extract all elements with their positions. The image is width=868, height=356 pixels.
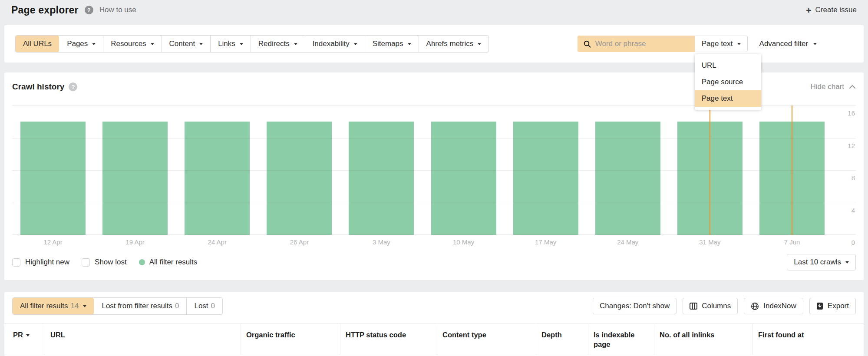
search-box[interactable] <box>578 36 695 52</box>
results-tab-label: Lost <box>194 302 208 310</box>
x-axis-label: 24 May <box>617 238 638 246</box>
filter-tab-all-urls[interactable]: All URLs <box>16 36 59 52</box>
top-bar: Page explorer How to use Create issue <box>0 0 868 20</box>
column-header-first-found-at[interactable]: First found at <box>752 324 864 355</box>
x-axis-label: 24 Apr <box>208 238 227 246</box>
dropdown-item-page-source[interactable]: Page source <box>695 74 761 90</box>
x-axis-label: 3 May <box>373 238 390 246</box>
column-header-depth[interactable]: Depth <box>536 324 588 355</box>
filter-tab-ahrefs-metrics[interactable]: Ahrefs metrics <box>419 36 489 52</box>
column-header-http-status-code[interactable]: HTTP status code <box>340 324 437 355</box>
search-scope-dropdown: URLPage sourcePage text <box>695 54 761 110</box>
gridline <box>12 138 856 138</box>
bar-fill <box>513 122 578 235</box>
y-axis-label: 16 <box>848 109 855 117</box>
question-circle-icon[interactable] <box>85 6 93 14</box>
x-axis-label: 26 Apr <box>290 238 309 246</box>
bar-fill <box>102 122 168 235</box>
dropdown-item-page-text[interactable]: Page text <box>695 90 761 107</box>
search-input[interactable] <box>595 40 689 48</box>
indexnow-button[interactable]: IndexNow <box>744 298 803 314</box>
create-issue-button[interactable]: Create issue <box>806 6 857 15</box>
crawls-range-button[interactable]: Last 10 crawls <box>787 254 856 270</box>
plus-icon <box>806 6 811 15</box>
results-tab-group: All filter results14Lost from filter res… <box>12 297 223 315</box>
button-label: Columns <box>702 302 731 310</box>
gridline <box>12 234 856 235</box>
results-tab-lost[interactable]: Lost0 <box>186 298 222 314</box>
checkbox-show-lost[interactable]: Show lost <box>82 258 127 267</box>
search-scope-button[interactable]: Page text URLPage sourcePage text <box>695 36 748 52</box>
column-header-label: Depth <box>541 331 562 339</box>
x-axis-label: 10 May <box>453 238 474 246</box>
x-axis-label: 12 Apr <box>43 238 62 246</box>
table-action-buttons: Changes: Don't showColumnsIndexNowExport <box>593 298 856 314</box>
button-label: Export <box>828 302 849 310</box>
results-table-header: PRURLOrganic trafficHTTP status codeCont… <box>4 323 864 355</box>
caret-down-icon <box>294 43 297 45</box>
hide-chart-button[interactable]: Hide chart <box>811 82 856 91</box>
chart-footer: Highlight newShow lostAll filter results… <box>12 254 856 270</box>
button-label: IndexNow <box>763 302 796 310</box>
results-tab-lost-from-filter-results[interactable]: Lost from filter results0 <box>94 298 186 314</box>
filter-tab-label: Links <box>218 40 235 48</box>
search-group: Page text URLPage sourcePage text <box>578 36 748 52</box>
filter-tab-label: Pages <box>67 40 88 48</box>
caret-down-icon <box>83 305 86 307</box>
column-header-label: Is indexable page <box>594 331 634 348</box>
bar-fill <box>20 122 86 235</box>
search-icon <box>584 40 591 48</box>
checkbox-label: Highlight new <box>25 258 69 267</box>
page-title: Page explorer <box>11 4 79 16</box>
chart-title-wrap: Crawl history <box>12 82 77 92</box>
column-header-organic-traffic[interactable]: Organic traffic <box>241 324 340 355</box>
sort-caret-down-icon <box>26 334 30 336</box>
filter-tab-sitemaps[interactable]: Sitemaps <box>365 36 419 52</box>
table-controls: All filter results14Lost from filter res… <box>12 298 856 314</box>
filter-panel: All URLsPagesResourcesContentLinksRedire… <box>4 25 864 63</box>
bar-fill <box>349 122 414 235</box>
caret-down-icon <box>845 261 849 264</box>
crawl-marker-line <box>710 105 710 235</box>
column-header-no-of-all-inlinks[interactable]: No. of all inlinks <box>654 324 752 355</box>
filter-tab-label: All URLs <box>23 40 52 48</box>
filter-tab-content[interactable]: Content <box>162 36 211 52</box>
gridline <box>12 170 856 171</box>
chart-legend-row: Highlight newShow lostAll filter results <box>12 258 197 267</box>
filter-tab-redirects[interactable]: Redirects <box>251 36 305 52</box>
filter-tab-pages[interactable]: Pages <box>59 36 103 52</box>
checkbox-icon[interactable] <box>12 258 20 267</box>
column-header-label: No. of all inlinks <box>660 331 715 339</box>
how-to-use-link[interactable]: How to use <box>99 6 136 14</box>
bar-fill <box>595 122 660 235</box>
filter-tab-indexability[interactable]: Indexability <box>305 36 365 52</box>
caret-down-icon <box>151 43 154 45</box>
bar-fill <box>431 122 496 235</box>
button-label: Changes: Don't show <box>600 302 670 310</box>
advanced-filter-button[interactable]: Advanced filter <box>759 40 817 48</box>
column-header-url[interactable]: URL <box>45 324 241 355</box>
y-axis-label: 12 <box>848 142 855 149</box>
results-tab-count: 0 <box>211 302 215 310</box>
changes-don-t-show-button[interactable]: Changes: Don't show <box>593 298 677 314</box>
chevron-up-icon <box>849 85 856 89</box>
chart-title: Crawl history <box>12 82 64 92</box>
checkbox-highlight-new[interactable]: Highlight new <box>12 258 69 267</box>
column-header-label: Content type <box>442 331 486 339</box>
question-circle-icon[interactable] <box>69 82 77 91</box>
globe-icon <box>751 302 759 310</box>
results-tab-all-filter-results[interactable]: All filter results14 <box>13 298 94 314</box>
filter-tab-links[interactable]: Links <box>210 36 251 52</box>
column-header-content-type[interactable]: Content type <box>437 324 536 355</box>
column-header-is-indexable-page[interactable]: Is indexable page <box>588 324 654 355</box>
column-header-pr[interactable]: PR <box>4 324 45 355</box>
caret-down-icon <box>478 43 481 45</box>
export-button[interactable]: Export <box>809 298 856 314</box>
columns-button[interactable]: Columns <box>683 298 738 314</box>
legend-dot-icon <box>139 259 145 265</box>
results-tab-count: 14 <box>71 302 79 310</box>
checkbox-icon[interactable] <box>82 258 90 267</box>
crawls-range-label: Last 10 crawls <box>794 258 841 267</box>
dropdown-item-url[interactable]: URL <box>695 57 761 74</box>
filter-tab-resources[interactable]: Resources <box>103 36 161 52</box>
